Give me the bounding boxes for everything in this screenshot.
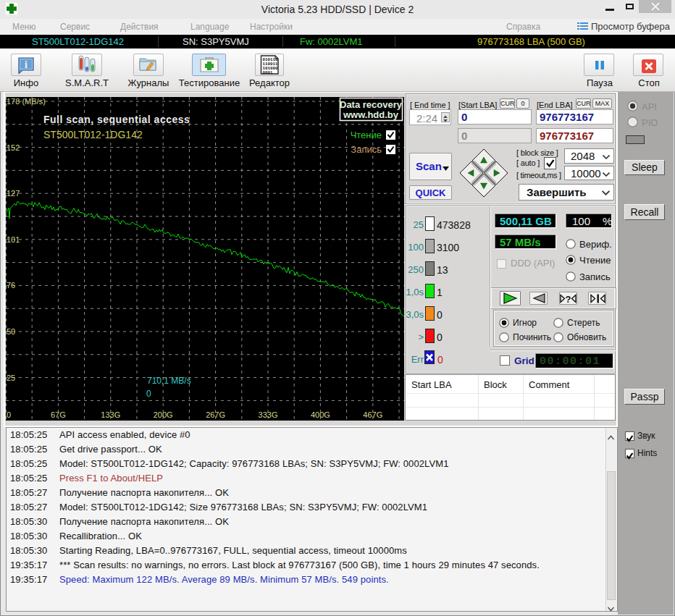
svg-text:178 (MB/s): 178 (MB/s) <box>7 97 46 106</box>
svg-text:0: 0 <box>7 410 11 419</box>
svg-text:0001: 0001 <box>263 70 273 75</box>
svg-text:400G: 400G <box>311 410 330 419</box>
svg-text:152: 152 <box>7 143 20 152</box>
svg-text:ST500LT012-1DG142: ST500LT012-1DG142 <box>43 129 143 140</box>
svg-text:Full scan, sequential access: Full scan, sequential access <box>43 114 190 125</box>
svg-text:i: i <box>25 59 28 70</box>
svg-text:200G: 200G <box>154 410 173 419</box>
svg-text:50: 50 <box>7 327 15 336</box>
svg-text:Data recovery: Data recovery <box>340 99 403 110</box>
svg-text:76: 76 <box>7 281 15 290</box>
svg-text:Запись: Запись <box>351 144 382 155</box>
svg-text:710,1 MB/s: 710,1 MB/s <box>147 376 191 386</box>
svg-text:101: 101 <box>7 235 20 244</box>
svg-text:Чтение: Чтение <box>351 130 382 140</box>
svg-text:67G: 67G <box>51 410 66 419</box>
svg-text:333G: 333G <box>259 410 278 419</box>
svg-text:?: ? <box>566 294 571 303</box>
svg-text:www.hdd.by: www.hdd.by <box>343 109 399 120</box>
svg-text:467G: 467G <box>363 410 382 419</box>
svg-text:0: 0 <box>146 389 151 399</box>
svg-text:25: 25 <box>7 374 15 382</box>
svg-text:267G: 267G <box>206 410 225 419</box>
svg-text:127: 127 <box>7 189 20 198</box>
svg-text:133G: 133G <box>101 410 120 419</box>
